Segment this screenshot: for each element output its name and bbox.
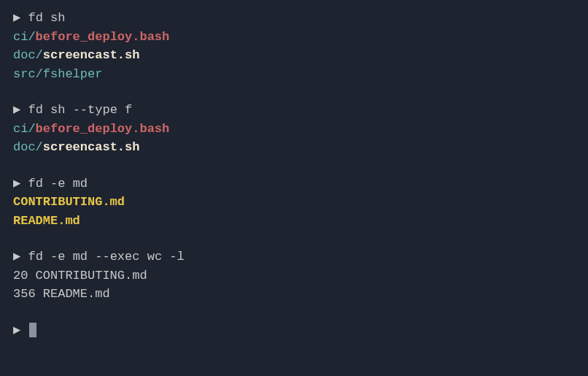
path-file: fshelper (43, 67, 103, 81)
output-file: CONTRIBUTING.md (13, 195, 125, 209)
path-dir: ci/ (13, 122, 36, 136)
path-dir: src/ (13, 67, 43, 81)
path-file: before_deploy.bash (36, 30, 170, 44)
path-dir: ci/ (13, 30, 36, 44)
command-text: fd -e md --exec wc -l (28, 250, 184, 264)
output-line: src/fshelper (13, 65, 575, 84)
prompt-icon: ▶ (13, 323, 20, 337)
active-prompt-line[interactable]: ▶ (13, 321, 575, 340)
output-line: doc/screencast.sh (13, 46, 575, 65)
output-line: README.md (13, 212, 575, 231)
command-text: fd sh --type f (28, 103, 132, 117)
path-file: screencast.sh (43, 140, 140, 154)
path-file: screencast.sh (43, 48, 140, 62)
command-block-3: ▶ fd -e md CONTRIBUTING.md README.md (13, 174, 575, 231)
output-line: 356 README.md (13, 285, 575, 304)
cursor (29, 323, 36, 337)
path-dir: doc/ (13, 48, 43, 62)
command-block-2: ▶ fd sh --type f ci/before_deploy.bash d… (13, 101, 575, 157)
output-line: 20 CONTRIBUTING.md (13, 266, 575, 285)
output-line: CONTRIBUTING.md (13, 193, 575, 212)
prompt-line: ▶ fd sh (13, 9, 575, 28)
prompt-icon: ▶ (13, 250, 20, 264)
prompt-line: ▶ fd sh --type f (13, 101, 575, 120)
prompt-icon: ▶ (13, 11, 20, 25)
output-file: README.md (13, 214, 80, 228)
prompt-line: ▶ fd -e md --exec wc -l (13, 248, 575, 266)
command-block-4: ▶ fd -e md --exec wc -l 20 CONTRIBUTING.… (13, 248, 575, 304)
terminal-output: ▶ fd sh ci/before_deploy.bash doc/screen… (13, 9, 575, 339)
command-text: fd sh (28, 11, 65, 25)
output-line: ci/before_deploy.bash (13, 28, 575, 47)
prompt-icon: ▶ (13, 177, 20, 191)
command-block-1: ▶ fd sh ci/before_deploy.bash doc/screen… (13, 9, 575, 83)
path-dir: doc/ (13, 140, 43, 154)
command-text: fd -e md (28, 177, 88, 191)
path-file: before_deploy.bash (36, 122, 170, 136)
prompt-line: ▶ fd -e md (13, 174, 575, 193)
output-line: ci/before_deploy.bash (13, 120, 575, 139)
prompt-icon: ▶ (13, 103, 20, 117)
output-line: doc/screencast.sh (13, 138, 575, 157)
